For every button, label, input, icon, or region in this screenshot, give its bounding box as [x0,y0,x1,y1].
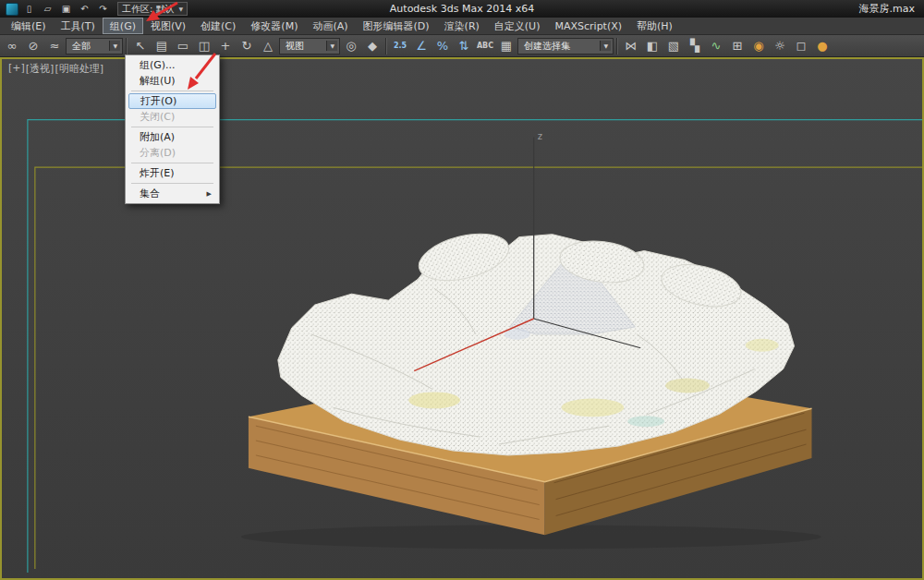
menu-item-rendering[interactable]: 渲染(R) [437,18,487,34]
angle-snap-icon[interactable]: ∠ [411,37,432,55]
named-selection-sets-combo[interactable]: 创建选择集 ▼ [517,38,614,54]
layer-manager-icon[interactable]: ▧ [663,37,684,55]
percent-snap-icon[interactable]: % [432,37,453,55]
menu-item-open-group[interactable]: 打开(O) [128,93,216,109]
select-by-name-icon[interactable]: ▤ [152,37,172,55]
schematic-view-icon[interactable]: ⊞ [727,37,748,55]
application-window: ▯ ▱ ▣ ↶ ↷ 工作区: 默认 ▼ Autodesk 3ds Max 201… [0,0,924,580]
unlink-selection-icon[interactable]: ⊘ [23,37,43,55]
menu-item-attach[interactable]: 附加(A) [127,129,218,145]
snap-toggle-25-icon[interactable]: 2.5 [390,37,410,55]
edit-named-selections-icon[interactable]: ▦ [496,37,517,55]
menu-item-ungroup[interactable]: 解组(U) [127,73,218,89]
menu-item-detach: 分离(D) [127,145,218,161]
menu-separator [131,127,213,127]
graphite-ribbon-icon[interactable]: ▚ [685,37,705,55]
chevron-down-icon: ▼ [600,41,611,51]
selection-region-icon[interactable]: ▭ [173,37,193,55]
toolbar-separator [616,38,618,54]
menu-item-create[interactable]: 创建(C) [193,18,243,34]
select-and-manipulate-icon[interactable]: ◆ [362,37,383,55]
viewport-menu-shading[interactable]: [明暗处理] [55,62,103,76]
menu-item-views[interactable]: 视图(V) [143,18,193,34]
menu-bar: 编辑(E) 工具(T) 组(G) 视图(V) 创建(C) 修改器(M) 动画(A… [0,18,924,35]
redo-icon[interactable]: ↷ [95,2,111,16]
menu-separator [131,163,213,163]
selection-filter-combo[interactable]: 全部 ▼ [66,38,123,54]
open-file-icon[interactable]: ▱ [40,2,55,16]
render-setup-icon[interactable]: ☼ [770,37,790,55]
save-file-icon[interactable]: ▣ [58,2,74,16]
menu-separator [131,91,213,91]
reference-coordinate-combo[interactable]: 视图 ▼ [279,38,340,54]
bind-to-space-warp-icon[interactable]: ≈ [44,37,65,55]
chevron-down-icon: ▼ [326,41,337,51]
viewport-menu-view[interactable]: [透视] [26,62,55,76]
toolbar-separator [126,38,128,54]
select-object-icon[interactable]: ↖ [130,37,151,55]
workspace-label: 工作区: 默认 [122,3,175,16]
menu-item-help[interactable]: 帮助(H) [629,18,680,34]
menu-item-assembly-label: 集合 [140,187,160,200]
rendered-frame-icon[interactable]: ◻ [791,37,811,55]
menu-item-graph-editors[interactable]: 图形编辑器(D) [356,18,437,34]
material-editor-icon[interactable]: ◉ [748,37,769,55]
curve-editor-icon[interactable]: ∿ [706,37,726,55]
menu-item-assembly[interactable]: 集合 ▶ [127,186,218,201]
viewport-label: [+] [透视] [明暗处理] [8,62,103,76]
menu-item-edit[interactable]: 编辑(E) [4,18,54,34]
window-crossing-icon[interactable]: ◫ [194,37,214,55]
keyboard-override-icon[interactable]: ABC [475,37,495,55]
submenu-arrow-icon: ▶ [207,190,212,198]
select-and-link-icon[interactable]: ∞ [2,37,22,55]
menu-item-customize[interactable]: 自定义(U) [487,18,548,34]
current-file-name: 海景房.max [859,2,915,16]
axis-z-label: z [538,131,542,141]
reference-coordinate-value: 视图 [286,40,322,53]
mirror-icon[interactable]: ⋈ [621,37,641,55]
title-bar: ▯ ▱ ▣ ↶ ↷ 工作区: 默认 ▼ Autodesk 3ds Max 201… [0,0,924,18]
render-production-icon[interactable]: ● [812,37,833,55]
menu-item-modifiers[interactable]: 修改器(M) [243,18,305,34]
new-file-icon[interactable]: ▯ [21,2,37,16]
named-selection-sets-value: 创建选择集 [524,40,596,53]
menu-item-group-dialog[interactable]: 组(G)... [127,57,218,73]
app-logo-icon[interactable] [6,3,18,16]
chevron-down-icon: ▼ [179,6,184,12]
group-dropdown-menu: 组(G)... 解组(U) 打开(O) 关闭(C) 附加(A) 分离(D) 炸开… [125,54,220,204]
viewport-menu-plus[interactable]: [+] [8,62,25,76]
menu-item-explode[interactable]: 炸开(E) [127,165,218,181]
menu-item-tools[interactable]: 工具(T) [54,18,103,34]
chevron-down-icon: ▼ [109,41,120,51]
menu-item-group[interactable]: 组(G) [103,18,143,34]
menu-item-close-group: 关闭(C) [127,109,218,125]
use-pivot-center-icon[interactable]: ◎ [341,37,361,55]
toolbar-separator [385,38,387,54]
align-icon[interactable]: ◧ [642,37,663,55]
selection-filter-value: 全部 [72,40,105,53]
undo-icon[interactable]: ↶ [77,2,92,16]
bed-object[interactable] [241,225,821,549]
workspace-selector[interactable]: 工作区: 默认 ▼ [117,2,188,16]
spinner-snap-icon[interactable]: ⇅ [454,37,474,55]
menu-item-animation[interactable]: 动画(A) [305,18,355,34]
select-and-move-icon[interactable]: + [215,37,236,55]
menu-separator [131,183,213,184]
select-and-rotate-icon[interactable]: ↻ [237,37,257,55]
select-and-scale-icon[interactable]: △ [258,37,278,55]
menu-item-maxscript[interactable]: MAXScript(X) [547,18,629,34]
